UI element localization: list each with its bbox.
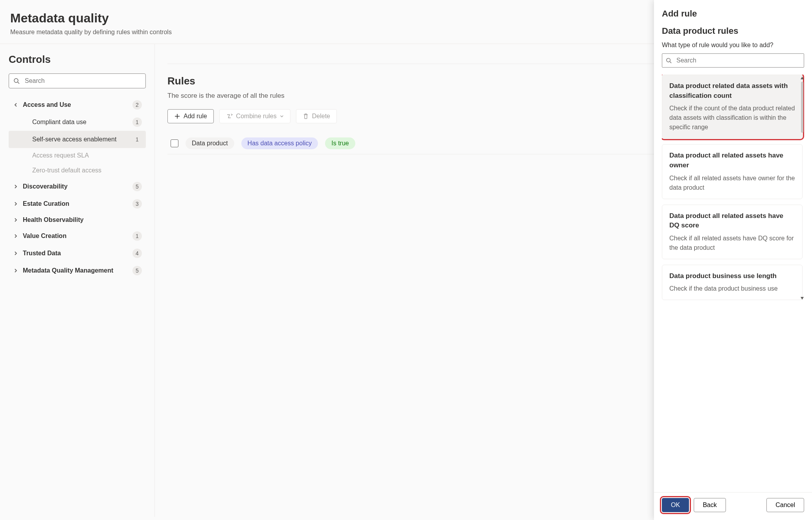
rule-card-classification-count[interactable]: Data product related data assets with cl… — [662, 75, 803, 139]
chevron-down-icon — [13, 102, 18, 108]
combine-icon — [226, 113, 233, 119]
button-label: Delete — [312, 113, 330, 120]
tree-item-label: Estate Curation — [23, 200, 132, 207]
tree-item-label: Discoverability — [23, 183, 132, 190]
panel-title: Add rule — [662, 9, 804, 19]
tree-item-access-and-use[interactable]: Access and Use 2 — [9, 96, 146, 114]
panel-search[interactable] — [662, 53, 804, 68]
count-badge: 2 — [132, 100, 142, 110]
chevron-down-icon — [280, 114, 284, 118]
rule-card-title: Data product all related assets have DQ … — [669, 211, 795, 231]
tree-item-health-observability[interactable]: Health Observability — [9, 212, 146, 227]
tree-item-discoverability[interactable]: Discoverability 5 — [9, 178, 146, 195]
svg-line-5 — [670, 62, 671, 63]
chevron-right-icon — [13, 218, 19, 222]
chevron-right-icon — [13, 201, 19, 206]
controls-search[interactable] — [9, 73, 146, 88]
chevron-right-icon — [13, 268, 19, 273]
rule-card-desc: Check if the count of the data product r… — [669, 104, 795, 132]
back-button[interactable]: Back — [694, 498, 726, 512]
rule-card-title: Data product related data assets with cl… — [669, 81, 795, 101]
rule-card-desc: Check if all related assets have DQ scor… — [669, 234, 795, 253]
rule-card-desc: Check if all related assets have owner f… — [669, 174, 795, 192]
ok-button[interactable]: OK — [662, 498, 689, 512]
pill-data-product: Data product — [186, 137, 234, 149]
rule-card-title: Data product business use length — [669, 271, 795, 281]
controls-search-input[interactable] — [9, 73, 146, 88]
tree-item-value-creation[interactable]: Value Creation 1 — [9, 227, 146, 245]
tree-child-compliant-data-use[interactable]: Compliant data use 1 — [9, 114, 146, 131]
count-badge: 1 — [132, 117, 142, 127]
count-badge: 3 — [132, 199, 142, 209]
pill-has-data-access-policy: Has data access policy — [241, 137, 318, 149]
controls-heading: Controls — [9, 53, 146, 66]
tree-item-label: Self-serve access enablement — [32, 136, 132, 143]
tree-item-trusted-data[interactable]: Trusted Data 4 — [9, 245, 146, 262]
svg-line-1 — [18, 82, 19, 84]
trash-icon — [303, 113, 309, 119]
count-badge: 4 — [132, 249, 142, 258]
controls-tree: Access and Use 2 Compliant data use 1 Se… — [9, 96, 146, 279]
delete-button[interactable]: Delete — [296, 109, 337, 123]
tree-item-label: Trusted Data — [23, 250, 132, 257]
cancel-button[interactable]: Cancel — [766, 498, 804, 512]
count-badge: 5 — [132, 266, 142, 275]
tree-child-self-serve-access[interactable]: Self-serve access enablement 1 — [9, 131, 146, 148]
tree-child-access-request-sla[interactable]: Access request SLA — [9, 148, 146, 163]
count-badge: 1 — [132, 231, 142, 241]
controls-sidebar: Controls Access and Use 2 Compliant data… — [0, 44, 155, 517]
tree-item-label: Health Observability — [23, 216, 142, 223]
svg-marker-6 — [801, 77, 804, 79]
rule-card-business-use-length[interactable]: Data product business use length Check i… — [662, 265, 803, 300]
chevron-right-icon — [13, 251, 19, 256]
rule-card-title: Data product all related assets have own… — [669, 151, 795, 170]
pill-is-true: Is true — [325, 137, 355, 149]
count-badge: 5 — [132, 182, 142, 191]
tree-item-label: Value Creation — [23, 233, 132, 240]
count-badge: 1 — [132, 135, 142, 144]
tree-item-label: Access and Use — [23, 101, 132, 108]
rule-type-list[interactable]: Data product related data assets with cl… — [662, 75, 804, 300]
combine-rules-button[interactable]: Combine rules — [219, 109, 290, 123]
tree-child-zero-trust[interactable]: Zero-trust default access — [9, 163, 146, 178]
panel-footer: OK Back Cancel — [654, 492, 812, 517]
tree-item-metadata-quality-management[interactable]: Metadata Quality Management 5 — [9, 262, 146, 279]
search-icon — [666, 58, 672, 64]
row-checkbox[interactable] — [171, 139, 178, 147]
add-rule-button[interactable]: Add rule — [167, 109, 214, 123]
svg-marker-7 — [801, 297, 804, 300]
svg-point-0 — [14, 79, 18, 82]
search-icon — [13, 78, 20, 84]
scroll-down-icon[interactable] — [799, 295, 805, 301]
rule-card-assets-have-dq-score[interactable]: Data product all related assets have DQ … — [662, 205, 803, 259]
plus-icon — [174, 113, 180, 119]
panel-subtitle: Data product rules — [662, 26, 804, 36]
rule-card-desc: Check if the data product business use — [669, 284, 795, 293]
tree-item-label: Metadata Quality Management — [23, 267, 132, 274]
button-label: Add rule — [184, 113, 207, 120]
button-label: Combine rules — [236, 113, 277, 120]
tree-item-estate-curation[interactable]: Estate Curation 3 — [9, 195, 146, 212]
chevron-right-icon — [13, 234, 19, 238]
panel-search-input[interactable] — [662, 53, 804, 68]
scrollbar-thumb[interactable] — [801, 82, 803, 133]
tree-item-label: Zero-trust default access — [32, 167, 142, 174]
panel-question: What type of rule would you like to add? — [662, 42, 804, 49]
svg-point-4 — [667, 58, 670, 62]
tree-item-label: Access request SLA — [32, 152, 142, 159]
scroll-up-icon[interactable] — [799, 75, 805, 81]
tree-item-label: Compliant data use — [32, 119, 132, 126]
chevron-right-icon — [13, 184, 19, 189]
add-rule-panel: Add rule Data product rules What type of… — [654, 0, 812, 517]
rule-card-assets-have-owner[interactable]: Data product all related assets have own… — [662, 144, 803, 199]
